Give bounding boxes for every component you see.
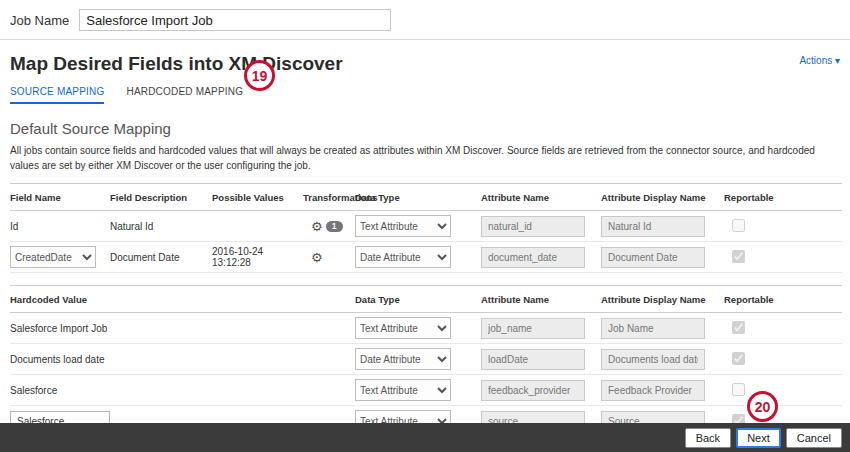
table-row: Salesforce Import Job Text Attribute [10, 313, 842, 344]
reportable-cell [724, 321, 842, 336]
data-type-select[interactable]: Date Attribute [355, 246, 451, 268]
reportable-cell [724, 383, 842, 398]
data-type-select[interactable]: Text Attribute [355, 215, 451, 237]
field-description-cell: Document Date [110, 252, 212, 263]
job-name-input[interactable] [79, 9, 391, 31]
reportable-cell [724, 352, 842, 367]
attribute-display-name-cell [601, 349, 724, 370]
job-name-label: Job Name [10, 13, 69, 28]
attribute-display-name-input [601, 216, 705, 237]
gear-icon[interactable]: ⚙ [311, 250, 323, 265]
tab-hardcoded-mapping[interactable]: HARDCODED MAPPING [126, 86, 243, 104]
attribute-display-name-input [601, 247, 705, 268]
reportable-checkbox [732, 352, 745, 365]
col-field-description: Field Description [110, 184, 212, 210]
attribute-name-cell [481, 247, 601, 268]
col-transformations: Transformations [303, 184, 355, 210]
gear-icon[interactable]: ⚙ [311, 219, 323, 234]
col-reportable: Reportable [724, 184, 842, 210]
attribute-name-input [481, 380, 585, 401]
attribute-name-cell [481, 349, 601, 370]
footer-bar: Back Next Cancel [0, 423, 850, 452]
annotation-step-20: 20 [747, 391, 778, 422]
header-row: Map Desired Fields into XM Discover Acti… [10, 53, 840, 75]
table-row: Salesforce Text Attribute [10, 375, 842, 406]
hardcoded-value-cell: Salesforce [10, 385, 355, 396]
section-description: All jobs contain source fields and hardc… [10, 143, 834, 173]
page-title: Map Desired Fields into XM Discover [10, 53, 343, 75]
field-name-cell: CreatedDate [10, 246, 110, 268]
attribute-name-input [481, 247, 585, 268]
attribute-display-name-cell [601, 247, 724, 268]
data-type-cell: Text Attribute [355, 317, 481, 339]
transformations-cell: ⚙ [303, 250, 355, 265]
connector-mapping-page: Job Name Map Desired Fields into XM Disc… [0, 0, 850, 452]
data-type-cell: Text Attribute [355, 379, 481, 401]
col-attribute-name: Attribute Name [481, 184, 601, 210]
next-button[interactable]: Next [736, 428, 781, 448]
reportable-checkbox [732, 250, 745, 263]
reportable-checkbox [732, 219, 745, 232]
field-name-cell: Id [10, 221, 110, 232]
data-type-cell: Date Attribute [355, 348, 481, 370]
field-description-cell: Natural Id [110, 221, 212, 232]
table-row: Documents load date Date Attribute [10, 344, 842, 375]
col-reportable: Reportable [724, 286, 842, 312]
actions-menu-link[interactable]: Actions ▾ [799, 55, 840, 66]
attribute-name-input [481, 349, 585, 370]
possible-values-cell: 2016-10-24 13:12:28 [212, 246, 303, 268]
hardcoded-value-cell: Salesforce Import Job [10, 323, 355, 334]
data-type-cell: Date Attribute [355, 246, 481, 268]
data-type-select[interactable]: Text Attribute [355, 379, 451, 401]
source-table-header: Field Name Field Description Possible Va… [10, 183, 842, 211]
job-name-row: Job Name [0, 0, 850, 39]
col-possible-values: Possible Values [212, 184, 303, 210]
attribute-display-name-cell [601, 380, 724, 401]
top-divider [0, 39, 850, 40]
transformation-count-badge: 1 [326, 221, 343, 232]
attribute-name-cell [481, 318, 601, 339]
data-type-select[interactable]: Date Attribute [355, 348, 451, 370]
attribute-name-input [481, 216, 585, 237]
attribute-display-name-input [601, 380, 705, 401]
col-hardcoded-value: Hardcoded Value [10, 286, 355, 312]
reportable-cell [724, 219, 842, 234]
table-gap [0, 273, 850, 285]
reportable-checkbox [732, 383, 745, 396]
back-button[interactable]: Back [685, 428, 731, 448]
annotation-step-19: 19 [244, 60, 275, 91]
attribute-name-cell [481, 216, 601, 237]
attribute-display-name-cell [601, 216, 724, 237]
attribute-name-input [481, 318, 585, 339]
field-name-select[interactable]: CreatedDate [10, 246, 96, 268]
attribute-display-name-input [601, 318, 705, 339]
col-data-type: Data Type [355, 286, 481, 312]
attribute-display-name-input [601, 349, 705, 370]
reportable-checkbox [732, 321, 745, 334]
transformations-cell: ⚙1 [303, 219, 355, 234]
data-type-cell: Text Attribute [355, 215, 481, 237]
table-row: Id Natural Id ⚙1 Text Attribute [10, 211, 842, 242]
reportable-cell [724, 250, 842, 265]
col-attribute-display-name: Attribute Display Name [601, 184, 724, 210]
attribute-name-cell [481, 380, 601, 401]
col-attribute-name: Attribute Name [481, 286, 601, 312]
col-attribute-display-name: Attribute Display Name [601, 286, 724, 312]
hardcoded-value-cell: Documents load date [10, 354, 355, 365]
section-title: Default Source Mapping [10, 120, 840, 137]
table-row: CreatedDate Document Date 2016-10-24 13:… [10, 242, 842, 273]
hardcoded-table-header: Hardcoded Value Data Type Attribute Name… [10, 285, 842, 313]
tab-source-mapping[interactable]: SOURCE MAPPING [10, 86, 104, 104]
col-field-name: Field Name [10, 184, 110, 210]
col-data-type: Data Type [355, 184, 481, 210]
cancel-button[interactable]: Cancel [786, 428, 842, 448]
mapping-tabs: SOURCE MAPPING HARDCODED MAPPING [10, 86, 840, 104]
attribute-display-name-cell [601, 318, 724, 339]
data-type-select[interactable]: Text Attribute [355, 317, 451, 339]
